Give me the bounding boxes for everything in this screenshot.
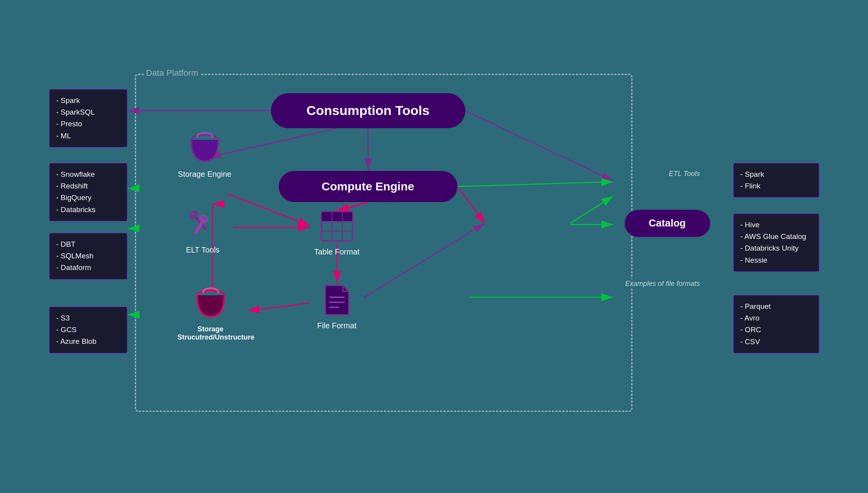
compute-engine-label: Compute Engine [321, 180, 414, 193]
left-box-dbt-content: - DBT- SQLMesh- Dataform [56, 239, 120, 274]
catalog-label: Catalog [649, 217, 686, 229]
right-box-parquet-content: - Parquet- Avro- ORC- CSV [741, 301, 812, 348]
svg-rect-19 [322, 212, 332, 221]
right-box-spark-flink: - Spark- Flink [734, 163, 819, 198]
elt-tools-label: ELT Tools [174, 246, 232, 254]
left-box-snowflake: - Snowflake- Redshift- BigQuery- Databri… [49, 163, 127, 221]
storage-engine-area: Storage Engine [178, 132, 232, 179]
elt-tools-icon [186, 210, 219, 241]
svg-rect-20 [332, 212, 342, 221]
storage-struct-area: Storage Strucutred/Unstructure [178, 287, 244, 341]
svg-rect-21 [343, 212, 352, 221]
file-format-area: File Format [310, 284, 364, 330]
elt-tools-area: ELT Tools [174, 210, 232, 254]
right-box-spark-flink-content: - Spark- Flink [741, 169, 812, 192]
left-box-dbt: - DBT- SQLMesh- Dataform [49, 233, 127, 279]
left-box-spark: - Spark- SparkSQL- Presto- ML [49, 89, 127, 148]
etl-tools-italic-text: ETL Tools [669, 170, 700, 178]
consumption-tools-pill: Consumption Tools [271, 93, 465, 128]
bucket-icon-storage-struct [195, 287, 226, 321]
right-box-hive-content: - Hive- AWS Glue Catalog- Databricks Uni… [741, 219, 812, 267]
compute-engine-pill: Compute Engine [279, 171, 458, 202]
file-format-label: File Format [310, 321, 364, 330]
consumption-tools-label: Consumption Tools [306, 103, 430, 118]
data-platform-label: Data Platform [144, 68, 201, 78]
right-box-hive: - Hive- AWS Glue Catalog- Databricks Uni… [734, 214, 819, 272]
table-format-icon [320, 210, 355, 243]
storage-struct-label: Storage Strucutred/Unstructure [178, 325, 244, 341]
table-format-label: Table Format [310, 247, 364, 256]
right-box-parquet: - Parquet- Avro- ORC- CSV [734, 295, 819, 354]
file-format-icon [323, 284, 351, 317]
bucket-icon-storage [189, 132, 220, 165]
etl-tools-label-italic: ETL Tools [666, 169, 702, 179]
file-formats-label-italic: Examples of file formats [623, 279, 702, 289]
catalog-pill: Catalog [625, 210, 710, 237]
left-box-spark-content: - Spark- SparkSQL- Presto- ML [56, 95, 120, 142]
left-box-snowflake-content: - Snowflake- Redshift- BigQuery- Databri… [56, 169, 120, 216]
file-formats-italic-text: Examples of file formats [625, 280, 700, 287]
table-format-area: Table Format [310, 210, 364, 256]
diagram-container: Data Platform [45, 43, 823, 451]
left-box-s3-content: - S3- GCS- Azure Blob [56, 312, 120, 348]
storage-engine-label: Storage Engine [178, 170, 232, 179]
left-box-s3: - S3- GCS- Azure Blob [49, 307, 127, 353]
